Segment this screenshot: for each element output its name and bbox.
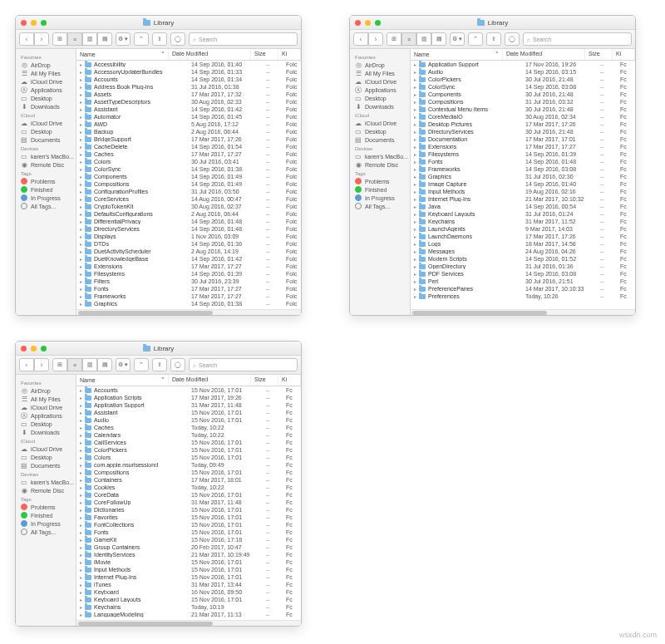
sidebar-item-airdrop[interactable]: ◎ AirDrop <box>16 386 76 395</box>
table-row[interactable]: ▸ PDF Services 14 Sep 2016, 03:08 -- Fc <box>411 270 635 278</box>
table-row[interactable]: ▸ Address Book Plug-Ins 31 Jul 2016, 01:… <box>76 83 301 91</box>
table-row[interactable]: ▸ Compositions 15 Nov 2016, 17:01 -- Fc <box>76 469 301 476</box>
coverflow-view-button[interactable]: ▤ <box>431 32 446 46</box>
sidebar-item-karen-s-macbo-[interactable]: ▭ karen's MacBo... <box>16 152 76 160</box>
table-row[interactable]: ▸ com.apple.nsurlsessiond Today, 09:49 -… <box>76 461 301 469</box>
action-button[interactable]: ⌃ <box>134 32 149 46</box>
table-row[interactable]: ▸ Graphics 14 Sep 2016, 01:38 -- Folc <box>76 300 301 307</box>
sidebar-item-problems[interactable]: Problems <box>16 177 76 185</box>
table-row[interactable]: ▸ iMovie 15 Nov 2016, 17:01 -- Fc <box>76 558 301 566</box>
sidebar-item-icloud-drive[interactable]: ☁ iCloud Drive <box>16 445 76 453</box>
column-view-button[interactable]: ▥ <box>82 32 97 46</box>
table-row[interactable]: ▸ Logs 18 Mar 2017, 14:58 -- Fc <box>411 240 635 248</box>
table-row[interactable]: ▸ Fonts 17 Mar 2017, 17:27 -- Folc <box>76 285 301 293</box>
sidebar-item-desktop[interactable]: ▭ Desktop <box>350 94 410 102</box>
forward-button[interactable]: › <box>34 32 49 46</box>
rows-container[interactable]: ▸ Accessibility 14 Sep 2016, 01:40 -- Fo… <box>76 61 301 309</box>
coverflow-view-button[interactable]: ▤ <box>97 32 112 46</box>
table-row[interactable]: ▸ Caches Today, 10:22 -- Fc <box>76 424 301 431</box>
horizontal-scrollbar[interactable] <box>411 309 635 316</box>
table-row[interactable]: ▸ Keyboard Layouts 15 Nov 2016, 17:01 --… <box>76 596 301 603</box>
icon-view-button[interactable]: ⊞ <box>387 32 401 46</box>
col-name[interactable]: Name˄ <box>76 375 169 386</box>
table-row[interactable]: ▸ Extensions 17 Mar 2017, 17:27 -- Folc <box>76 263 301 270</box>
sidebar-item-icloud-drive[interactable]: ☁ iCloud Drive <box>16 403 76 411</box>
sidebar-item-icloud-drive[interactable]: ☁ iCloud Drive <box>350 77 410 86</box>
table-row[interactable]: ▸ OpenDirectory 31 Jul 2016, 01:36 -- Fc <box>411 263 635 270</box>
sidebar-item-problems[interactable]: Problems <box>16 503 76 511</box>
table-row[interactable]: ▸ DirectoryServices 30 Jul 2016, 21:48 -… <box>411 128 635 135</box>
table-row[interactable]: ▸ LanguageModeling 21 Mar 2017, 11:13 --… <box>76 611 301 618</box>
sidebar-item-all-tags-[interactable]: All Tags... <box>350 202 410 210</box>
table-row[interactable]: ▸ iTunes 31 Mar 2017, 13:44 -- Fc <box>76 581 301 588</box>
table-row[interactable]: ▸ Documentation 17 Mar 2017, 17:01 -- Fc <box>411 135 635 143</box>
column-view-button[interactable]: ▥ <box>416 32 431 46</box>
arrange-button[interactable]: ⚙ ▾ <box>450 32 465 46</box>
table-row[interactable]: ▸ Favorites 15 Nov 2016, 17:01 -- Fc <box>76 514 301 521</box>
share-button[interactable]: ⇪ <box>152 32 167 46</box>
sidebar-item-applications[interactable]: Ⓐ Applications <box>16 86 76 94</box>
coverflow-view-button[interactable]: ▤ <box>97 358 112 371</box>
list-view-button[interactable]: ≡ <box>401 32 416 46</box>
sidebar-item-downloads[interactable]: ⬇ Downloads <box>350 102 410 111</box>
list-view-button[interactable]: ≡ <box>67 358 82 371</box>
table-row[interactable]: ▸ Frameworks 14 Sep 2016, 03:08 -- Fc <box>411 165 635 173</box>
search-input[interactable]: ⌕ Search <box>189 358 298 371</box>
sidebar-item-airdrop[interactable]: ◎ AirDrop <box>350 61 410 69</box>
table-row[interactable]: ▸ Calendars Today, 10:22 -- Fc <box>76 431 301 439</box>
table-row[interactable]: ▸ GameKit 15 Nov 2016, 17:18 -- Fc <box>76 536 301 543</box>
table-row[interactable]: ▸ Accounts 14 Sep 2016, 01:34 -- Folc <box>76 76 301 83</box>
table-row[interactable]: ▸ AssetTypeDescriptors 30 Aug 2016, 02:3… <box>76 98 301 106</box>
sidebar-item-downloads[interactable]: ⬇ Downloads <box>16 102 76 111</box>
table-row[interactable]: ▸ PreferencePanes 14 Mar 2017, 10:10:33 … <box>411 285 635 293</box>
sidebar-item-in-progress[interactable]: In Progress <box>350 194 410 202</box>
table-row[interactable]: ▸ AccessoryUpdaterBundles 14 Sep 2016, 0… <box>76 68 301 76</box>
table-row[interactable]: ▸ Group Containers 20 Feb 2017, 10:47 --… <box>76 543 301 551</box>
share-button[interactable]: ⇪ <box>486 32 501 46</box>
sidebar-item-downloads[interactable]: ⬇ Downloads <box>16 428 76 436</box>
rows-container[interactable]: ▸ Accounts 15 Nov 2016, 17:01 -- Fc ▸ Ap… <box>76 386 301 620</box>
col-date[interactable]: Date Modified <box>503 49 585 60</box>
titlebar[interactable]: Library <box>16 342 301 356</box>
table-row[interactable]: ▸ CoreData 15 Nov 2016, 17:01 -- Fc <box>76 491 301 499</box>
table-row[interactable]: ▸ Application Support 17 Nov 2016, 19:26… <box>411 61 635 68</box>
table-row[interactable]: ▸ Displays 1 Nov 2016, 03:09 -- Folc <box>76 233 301 240</box>
table-row[interactable]: ▸ Java 14 Sep 2016, 00:54 -- Fc <box>411 203 635 210</box>
arrange-button[interactable]: ⚙ ▾ <box>116 32 131 46</box>
sidebar-item-all-tags-[interactable]: All Tags... <box>16 528 76 536</box>
col-date[interactable]: Date Modified <box>169 49 251 60</box>
table-row[interactable]: ▸ CacheDelete 14 Sep 2016, 01:54 -- Folc <box>76 143 301 150</box>
sidebar-item-airdrop[interactable]: ◎ AirDrop <box>16 61 76 69</box>
col-kind[interactable]: Ki <box>278 375 301 386</box>
table-row[interactable]: ▸ Automator 14 Sep 2016, 01:45 -- Folc <box>76 113 301 120</box>
table-row[interactable]: ▸ Fonts 15 Nov 2016, 17:01 -- Fc <box>76 528 301 536</box>
column-view-button[interactable]: ▥ <box>82 358 97 371</box>
table-row[interactable]: ▸ Containers 17 Mar 2017, 18:01 -- Fc <box>76 476 301 484</box>
table-row[interactable]: ▸ ColorSync 14 Sep 2016, 01:38 -- Folc <box>76 165 301 173</box>
sidebar-item-finished[interactable]: Finished <box>350 185 410 194</box>
sidebar-item-icloud-drive[interactable]: ☁ iCloud Drive <box>350 119 410 127</box>
table-row[interactable]: ▸ Assistant 14 Sep 2016, 01:42 -- Folc <box>76 106 301 113</box>
table-row[interactable]: ▸ DTDs 14 Sep 2016, 01:36 -- Folc <box>76 240 301 248</box>
sidebar-item-in-progress[interactable]: In Progress <box>16 519 76 528</box>
table-row[interactable]: ▸ DuetKnowledgeBase 14 Sep 2016, 01:42 -… <box>76 255 301 263</box>
table-row[interactable]: ▸ Compositions 14 Sep 2016, 01:49 -- Fol… <box>76 180 301 188</box>
forward-button[interactable]: › <box>368 32 383 46</box>
table-row[interactable]: ▸ Application Scripts 17 Mar 2017, 19:26… <box>76 394 301 401</box>
table-row[interactable]: ▸ Accounts 15 Nov 2016, 17:01 -- Fc <box>76 386 301 394</box>
back-button[interactable]: ‹ <box>19 32 34 46</box>
search-input[interactable]: ⌕ Search <box>523 32 632 46</box>
table-row[interactable]: ▸ Extensions 17 Mar 2017, 17:27 -- Fc <box>411 143 635 150</box>
col-name[interactable]: Name˄ <box>76 49 169 60</box>
horizontal-scrollbar[interactable] <box>76 620 301 627</box>
table-row[interactable]: ▸ ColorSync 14 Sep 2016, 03:08 -- Fc <box>411 83 635 91</box>
sidebar-item-remote-disc[interactable]: ◉ Remote Disc <box>350 160 410 169</box>
sidebar-item-applications[interactable]: Ⓐ Applications <box>350 86 410 94</box>
table-row[interactable]: ▸ Desktop Pictures 17 Mar 2017, 17:26 --… <box>411 120 635 128</box>
list-view-button[interactable]: ≡ <box>67 32 82 46</box>
table-row[interactable]: ▸ CallServices 15 Nov 2016, 17:01 -- Fc <box>76 439 301 446</box>
table-row[interactable]: ▸ CoreMediaIO 30 Aug 2016, 02:34 -- Fc <box>411 113 635 120</box>
tags-button[interactable]: ◯ <box>505 32 520 46</box>
sidebar-item-all-my-files[interactable]: ☰ All My Files <box>350 69 410 77</box>
table-row[interactable]: ▸ DefaultsConfigurations 2 Aug 2016, 06:… <box>76 210 301 218</box>
